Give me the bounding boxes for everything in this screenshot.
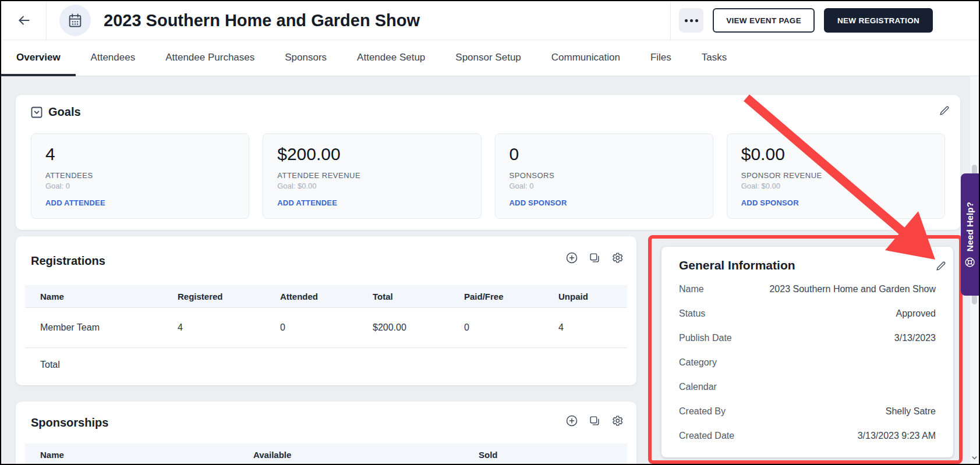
tab-tasks[interactable]: Tasks xyxy=(687,40,742,76)
column-header-attended: Attended xyxy=(265,285,358,308)
general-info-card: General Information Name 2023 Southern H… xyxy=(661,247,953,457)
info-value: 2023 Southern Home and Garden Show xyxy=(769,284,936,294)
edit-goals-button[interactable] xyxy=(938,104,951,117)
goal-value: 4 xyxy=(45,144,235,164)
sponsorships-title: Sponsorships xyxy=(31,416,108,429)
info-value: Approved xyxy=(896,308,936,319)
new-registration-button[interactable]: NEW REGISTRATION xyxy=(824,8,933,33)
column-header-paid-free: Paid/Free xyxy=(449,285,543,308)
goals-card: Goals 4 ATTENDEES Goal: 0 ADD ATTENDEE $… xyxy=(16,95,960,230)
scroll-down-icon[interactable] xyxy=(971,454,978,462)
goal-target: Goal: $0.00 xyxy=(741,182,931,190)
registration-row[interactable]: Member Team 4 0 $200.00 0 4 xyxy=(25,308,627,348)
sponsorships-settings-button[interactable] xyxy=(611,414,624,427)
calendar-icon xyxy=(59,5,91,36)
header: 2023 Southern Home and Garden Show VIEW … xyxy=(1,1,979,40)
goal-label: ATTENDEE REVENUE xyxy=(277,171,466,180)
general-info-title: General Information xyxy=(679,258,936,272)
tab-bar: Overview Attendees Attendee Purchases Sp… xyxy=(1,40,979,76)
info-value: Shelly Satre xyxy=(886,406,936,417)
tab-sponsor-setup[interactable]: Sponsor Setup xyxy=(440,40,536,76)
column-header-name: Name xyxy=(25,285,162,308)
goal-label: ATTENDEES xyxy=(45,171,235,180)
goal-target: Goal: 0 xyxy=(510,182,699,190)
sponsorships-header-row: Name Available Sold xyxy=(25,443,627,464)
add-attendee-link[interactable]: ADD ATTENDEE xyxy=(277,198,337,207)
goals-title: Goals xyxy=(48,105,81,119)
registrations-table: Name Registered Attended Total Paid/Free… xyxy=(25,285,627,382)
goal-value: $0.00 xyxy=(741,144,931,164)
pencil-icon xyxy=(935,260,947,272)
info-label: Category xyxy=(679,357,717,368)
add-sponsorship-button[interactable] xyxy=(565,414,578,427)
more-options-button[interactable] xyxy=(679,8,703,33)
info-row-status: Status Approved xyxy=(679,301,936,326)
cell-unpaid: 4 xyxy=(543,308,627,348)
plus-circle-icon xyxy=(565,414,578,427)
goal-tile-sponsors: 0 SPONSORS Goal: 0 ADD SPONSOR xyxy=(495,133,713,219)
goal-value: $200.00 xyxy=(277,144,466,164)
goal-tile-attendee-revenue: $200.00 ATTENDEE REVENUE Goal: $0.00 ADD… xyxy=(263,133,481,219)
goal-label: SPONSORS xyxy=(510,171,699,180)
cell-paid-free: 0 xyxy=(449,308,543,348)
add-sponsor-link[interactable]: ADD SPONSOR xyxy=(510,198,567,207)
info-label: Created Date xyxy=(679,431,734,441)
need-help-label: Need Help? xyxy=(965,201,975,251)
registrations-card: Registrations Name Registered xyxy=(16,236,636,385)
total-label: Total xyxy=(25,348,162,382)
registrations-settings-button[interactable] xyxy=(611,251,624,264)
info-row-category: Category xyxy=(679,350,936,375)
column-header-name: Name xyxy=(25,443,238,464)
tab-communication[interactable]: Communication xyxy=(536,40,635,76)
duplicate-registration-button[interactable] xyxy=(588,251,601,264)
info-label: Publish Date xyxy=(679,333,732,343)
registrations-header-row: Name Registered Attended Total Paid/Free… xyxy=(25,285,627,308)
life-ring-icon xyxy=(964,257,975,268)
tab-attendees[interactable]: Attendees xyxy=(76,40,151,76)
tab-files[interactable]: Files xyxy=(635,40,687,76)
column-header-sold: Sold xyxy=(464,443,627,464)
need-help-tab[interactable]: Need Help? xyxy=(961,173,979,296)
tab-attendee-purchases[interactable]: Attendee Purchases xyxy=(150,40,270,76)
main-content: Goals 4 ATTENDEES Goal: 0 ADD ATTENDEE $… xyxy=(1,76,979,464)
sponsorships-card: Sponsorships Name Available xyxy=(16,402,636,464)
back-arrow-icon xyxy=(16,13,31,28)
add-sponsor-link[interactable]: ADD SPONSOR xyxy=(741,198,799,207)
goal-value: 0 xyxy=(510,144,699,164)
add-attendee-link[interactable]: ADD ATTENDEE xyxy=(45,198,105,207)
info-label: Status xyxy=(679,308,705,319)
sponsorships-table: Name Available Sold xyxy=(25,443,627,464)
view-event-page-button[interactable]: VIEW EVENT PAGE xyxy=(713,8,815,33)
add-registration-button[interactable] xyxy=(565,251,578,264)
duplicate-sponsorship-button[interactable] xyxy=(588,414,601,427)
page-title: 2023 Southern Home and Garden Show xyxy=(104,11,420,30)
edit-general-info-button[interactable] xyxy=(935,260,947,272)
column-header-registered: Registered xyxy=(162,285,265,308)
info-label: Name xyxy=(679,284,704,294)
column-header-total: Total xyxy=(358,285,449,308)
registrations-title: Registrations xyxy=(31,254,105,268)
cell-total: $200.00 xyxy=(358,308,449,348)
column-header-unpaid: Unpaid xyxy=(543,285,627,308)
goal-label: SPONSOR REVENUE xyxy=(741,171,931,180)
copy-icon xyxy=(588,414,601,427)
info-row-publish-date: Publish Date 3/13/2023 xyxy=(679,326,936,350)
app-window: 2023 Southern Home and Garden Show VIEW … xyxy=(0,0,980,465)
goal-tile-attendees: 4 ATTENDEES Goal: 0 ADD ATTENDEE xyxy=(31,133,249,219)
goal-tile-sponsor-revenue: $0.00 SPONSOR REVENUE Goal: $0.00 ADD SP… xyxy=(727,133,945,219)
info-label: Created By xyxy=(679,406,726,417)
collapse-section-icon[interactable] xyxy=(31,107,43,118)
info-value: 3/13/2023 xyxy=(894,333,936,343)
tab-attendee-setup[interactable]: Attendee Setup xyxy=(342,40,440,76)
back-button[interactable] xyxy=(1,1,47,40)
tab-overview[interactable]: Overview xyxy=(1,40,76,76)
info-value: 3/13/2023 9:23 AM xyxy=(858,431,936,441)
tab-sponsors[interactable]: Sponsors xyxy=(270,40,342,76)
highlight-annotation-box: General Information Name 2023 Southern H… xyxy=(648,235,963,464)
plus-circle-icon xyxy=(565,251,578,264)
cell-attended: 0 xyxy=(265,308,358,348)
info-row-name: Name 2023 Southern Home and Garden Show xyxy=(679,277,936,301)
info-row-created-date: Created Date 3/13/2023 9:23 AM xyxy=(679,424,936,448)
gear-icon xyxy=(611,414,624,427)
pencil-icon xyxy=(938,104,951,117)
